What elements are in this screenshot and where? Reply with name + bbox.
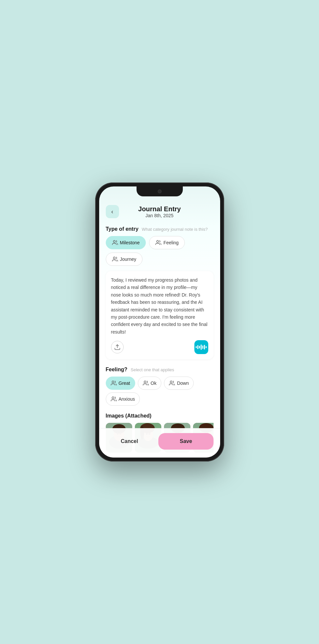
svg-point-5 bbox=[144, 381, 146, 383]
bottom-bar: Cancel Save bbox=[99, 428, 220, 458]
type-label: Type of entry bbox=[106, 226, 139, 232]
type-of-entry-section: Type of entry What category journal note… bbox=[99, 221, 220, 268]
svg-point-2 bbox=[113, 257, 115, 259]
journal-textarea-box[interactable]: Today, I reviewed my progress photos and… bbox=[106, 271, 214, 359]
feeling-section-header: Feeling? Select one that applies bbox=[106, 367, 214, 373]
scroll-content: ‹ Journal Entry Jan 8th, 2025 Type of en… bbox=[99, 186, 220, 458]
type-btn-feeling[interactable]: Feeling bbox=[149, 236, 185, 249]
phone-screen: ‹ Journal Entry Jan 8th, 2025 Type of en… bbox=[99, 186, 220, 458]
page-date: Jan 8th, 2025 bbox=[119, 213, 200, 218]
milestone-label: Milestone bbox=[120, 240, 140, 245]
feeling-btn-anxious[interactable]: Anxious bbox=[106, 392, 140, 406]
milestone-icon bbox=[112, 240, 118, 246]
feeling-label: Feeling? bbox=[106, 367, 128, 373]
svg-point-4 bbox=[112, 381, 114, 383]
great-icon bbox=[111, 380, 117, 386]
page-title: Journal Entry bbox=[119, 205, 200, 213]
down-icon bbox=[169, 380, 175, 386]
phone-frame: ‹ Journal Entry Jan 8th, 2025 Type of en… bbox=[95, 182, 224, 462]
svg-point-0 bbox=[113, 240, 115, 242]
feeling-type-icon bbox=[155, 240, 161, 246]
header-title: Journal Entry Jan 8th, 2025 bbox=[119, 205, 200, 218]
feeling-section: Feeling? Select one that applies Great bbox=[99, 362, 220, 408]
type-buttons-group: Milestone Feeling bbox=[106, 236, 214, 266]
header: ‹ Journal Entry Jan 8th, 2025 bbox=[99, 200, 220, 221]
back-button[interactable]: ‹ bbox=[106, 205, 119, 218]
image-upload-icon bbox=[114, 344, 121, 350]
type-btn-milestone[interactable]: Milestone bbox=[106, 236, 146, 249]
ok-label: Ok bbox=[151, 381, 157, 386]
great-label: Great bbox=[119, 381, 130, 386]
upload-icon-button[interactable] bbox=[111, 341, 124, 353]
audio-wave-graphic bbox=[196, 344, 207, 350]
type-btn-journey[interactable]: Journey bbox=[106, 253, 143, 266]
feeling-hint: Select one that applies bbox=[131, 367, 174, 372]
type-hint: What category journal note is this? bbox=[142, 227, 208, 232]
audio-record-button[interactable] bbox=[194, 340, 208, 354]
svg-point-7 bbox=[112, 397, 114, 399]
camera-dot bbox=[158, 189, 162, 193]
svg-point-6 bbox=[170, 381, 172, 383]
save-button[interactable]: Save bbox=[158, 433, 213, 450]
textarea-footer bbox=[111, 340, 208, 354]
journey-icon bbox=[112, 256, 118, 262]
type-section-header: Type of entry What category journal note… bbox=[106, 226, 214, 232]
back-icon: ‹ bbox=[111, 208, 113, 215]
journal-text-content[interactable]: Today, I reviewed my progress photos and… bbox=[111, 276, 208, 336]
cancel-button[interactable]: Cancel bbox=[106, 433, 153, 450]
images-label: Images (Attached) bbox=[106, 413, 214, 419]
down-label: Down bbox=[177, 381, 189, 386]
svg-point-1 bbox=[157, 240, 159, 242]
anxious-label: Anxious bbox=[119, 396, 135, 402]
feeling-btn-ok[interactable]: Ok bbox=[138, 377, 162, 390]
feeling-type-label: Feeling bbox=[163, 240, 179, 245]
feeling-buttons-group: Great Ok bbox=[106, 377, 214, 406]
feeling-btn-down[interactable]: Down bbox=[164, 377, 194, 390]
feeling-btn-great[interactable]: Great bbox=[106, 377, 135, 390]
notch bbox=[137, 186, 183, 196]
anxious-icon bbox=[111, 396, 117, 402]
journey-label: Journey bbox=[120, 257, 137, 262]
ok-icon bbox=[143, 380, 149, 386]
